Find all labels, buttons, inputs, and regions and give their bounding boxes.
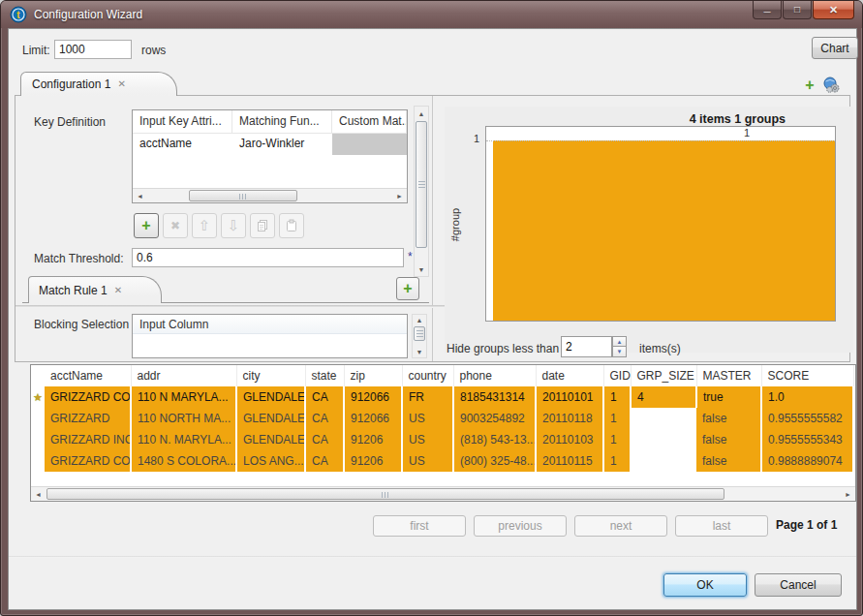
chart-title: 4 items 1 groups [690, 112, 786, 126]
tab-configuration-1[interactable]: Configuration 1 ✕ [20, 72, 177, 96]
move-down-button[interactable]: ⇩ [221, 213, 246, 238]
column-header-input-key[interactable]: Input Key Attri... [133, 110, 232, 133]
column-header-country[interactable]: country [402, 365, 453, 386]
last-page-button[interactable]: last [675, 515, 768, 537]
column-header-MASTER[interactable]: MASTER [696, 365, 761, 386]
move-up-icon: ⇧ [199, 217, 211, 234]
titlebar[interactable]: t Configuration Wizard ─ □ ✕ [1, 1, 862, 28]
tab-label: Match Rule 1 [39, 284, 108, 297]
input-key-cell[interactable]: acctName [133, 134, 232, 155]
maximize-button[interactable]: □ [783, 1, 812, 19]
next-page-button[interactable]: next [574, 515, 667, 537]
group-chart-panel: 4 items 1 groups 1 #group 1 [445, 107, 853, 353]
table-row[interactable]: GRIZZARD110 NORTH MA... GLENDALECA 91206… [31, 408, 853, 429]
minimize-button[interactable]: ─ [753, 1, 782, 19]
scroll-up-icon[interactable]: ▲ [413, 315, 426, 325]
scroll-left-icon[interactable]: ◄ [31, 487, 46, 501]
column-header-phone[interactable]: phone [453, 365, 536, 386]
hide-groups-spinner[interactable]: ▲ ▼ [561, 336, 627, 357]
scrollbar-thumb[interactable] [46, 488, 724, 500]
panel-divider [432, 96, 433, 361]
master-record-star-icon: ★ [33, 391, 43, 403]
scrollbar-thumb[interactable] [189, 190, 297, 201]
add-match-rule-button[interactable]: + [396, 277, 419, 300]
blocking-selection-list[interactable]: Input Column [132, 314, 408, 358]
spinner-down-button[interactable]: ▼ [612, 347, 627, 357]
dialog-client-area: Limit: rows Chart Configuration 1 ✕ + Ke… [8, 28, 857, 610]
paste-icon [285, 219, 298, 232]
limit-input[interactable] [54, 40, 132, 59]
scroll-right-icon[interactable]: ► [392, 189, 407, 202]
column-header-matching-function[interactable]: Matching Fun... [232, 110, 332, 133]
copy-button[interactable] [250, 213, 275, 238]
y-axis-tick: 1 [464, 133, 479, 144]
column-header-addr[interactable]: addr [131, 365, 236, 386]
spinner-up-icon: ▲ [617, 339, 623, 345]
blocking-selection-label: Blocking Selection [34, 318, 129, 331]
delete-icon: ✖ [170, 219, 180, 232]
rows-label: rows [141, 44, 166, 57]
talend-logo-icon: t [10, 6, 27, 23]
scrollbar-thumb[interactable] [414, 326, 425, 341]
key-definition-label: Key Definition [34, 115, 106, 129]
spinner-up-button[interactable]: ▲ [612, 336, 627, 347]
column-header-city[interactable]: city [236, 365, 305, 386]
table-row[interactable]: GRIZZARD INC110 N. MARYLA... GLENDALECA … [31, 429, 853, 450]
blocking-vertical-scrollbar[interactable]: ▲ ▼ [412, 314, 427, 358]
column-header-acctName[interactable]: acctName [45, 365, 131, 386]
tab-close-icon[interactable]: ✕ [114, 286, 122, 295]
tab-close-icon[interactable]: ✕ [117, 79, 125, 89]
scroll-down-icon[interactable]: ▼ [413, 347, 426, 357]
column-header-zip[interactable]: zip [344, 365, 402, 386]
key-definition-row[interactable]: acctName Jaro-Winkler [133, 134, 407, 155]
custom-matcher-cell[interactable] [332, 134, 407, 155]
key-definition-table: Input Key Attri... Matching Fun... Custo… [132, 109, 408, 203]
x-axis-tick: 1 [744, 127, 750, 139]
column-header-GRP_SIZE[interactable]: GRP_SIZE [631, 365, 696, 386]
results-table: acctName addr city state zip country pho… [31, 365, 854, 472]
scroll-down-icon[interactable]: ▼ [415, 262, 428, 276]
scrollbar-thumb[interactable] [416, 121, 427, 248]
column-header-input-column[interactable]: Input Column [133, 315, 407, 334]
panel-vertical-scrollbar[interactable]: ▲ ▼ [414, 106, 429, 277]
scroll-left-icon[interactable]: ◄ [133, 189, 147, 202]
results-horizontal-scrollbar[interactable]: ◄ ► [31, 486, 855, 501]
limit-label: Limit: [22, 44, 50, 57]
match-threshold-input[interactable] [132, 248, 404, 267]
table-row[interactable]: ★ GRIZZARD CO.110 N MARYLA... GLENDALECA… [31, 386, 853, 408]
column-header-GID[interactable]: GID [603, 365, 631, 386]
copy-icon [256, 219, 269, 232]
minimize-icon: ─ [763, 8, 770, 17]
items-label: items(s) [639, 342, 681, 355]
move-up-button[interactable]: ⇧ [192, 213, 217, 238]
delete-key-button[interactable]: ✖ [163, 213, 188, 238]
key-table-horizontal-scrollbar[interactable]: ◄ ► [133, 188, 407, 202]
add-configuration-icon[interactable]: + [801, 77, 818, 94]
configuration-wizard-window: t Configuration Wizard ─ □ ✕ Limit: rows… [0, 0, 863, 616]
tab-label: Configuration 1 [32, 77, 110, 91]
first-page-button[interactable]: first [373, 515, 466, 537]
matching-function-cell[interactable]: Jaro-Winkler [232, 134, 332, 155]
ok-button[interactable]: OK [663, 573, 747, 597]
column-header-state[interactable]: state [305, 365, 344, 386]
column-header-date[interactable]: date [536, 365, 603, 386]
paste-button[interactable] [279, 213, 304, 238]
chart-button[interactable]: Chart [812, 37, 858, 59]
import-match-rule-icon[interactable] [822, 76, 841, 94]
results-table-frame: acctName addr city state zip country pho… [30, 364, 856, 502]
add-icon: + [403, 280, 412, 297]
close-button[interactable]: ✕ [813, 1, 854, 19]
previous-page-button[interactable]: previous [474, 515, 567, 537]
hide-groups-input[interactable] [561, 336, 612, 357]
column-header-SCORE[interactable]: SCORE [761, 365, 853, 386]
table-row[interactable]: GRIZZARD CO1480 S COLORA... LOS ANG...CA… [31, 450, 853, 472]
add-icon: + [141, 217, 150, 234]
column-header-custom-matcher[interactable]: Custom Mat... [332, 110, 407, 133]
scroll-right-icon[interactable]: ► [841, 487, 855, 501]
cancel-button[interactable]: Cancel [755, 573, 842, 597]
spinner-down-icon: ▼ [617, 349, 623, 354]
add-key-button[interactable]: + [134, 213, 159, 238]
scroll-up-icon[interactable]: ▲ [415, 107, 428, 120]
tab-match-rule-1[interactable]: Match Rule 1 ✕ [28, 276, 162, 303]
chart-plot-area: 1 [485, 126, 836, 322]
